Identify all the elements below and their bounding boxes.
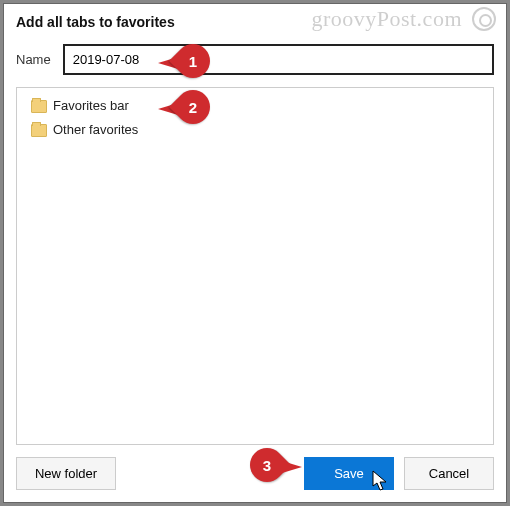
tree-item-label: Favorites bar — [53, 96, 129, 116]
tree-item-label: Other favorites — [53, 120, 138, 140]
tree-item-other-favorites[interactable]: Other favorites — [21, 118, 489, 142]
add-tabs-favorites-dialog: Add all tabs to favorites Name Favorites… — [3, 3, 507, 503]
save-button[interactable]: Save — [304, 457, 394, 490]
folder-icon — [31, 124, 47, 137]
dialog-title: Add all tabs to favorites — [16, 14, 494, 30]
folder-icon — [31, 100, 47, 113]
folder-tree[interactable]: Favorites bar Other favorites — [16, 87, 494, 445]
cancel-button[interactable]: Cancel — [404, 457, 494, 490]
name-row: Name — [16, 44, 494, 75]
new-folder-button[interactable]: New folder — [16, 457, 116, 490]
button-row: New folder Save Cancel — [16, 457, 494, 490]
name-label: Name — [16, 52, 51, 67]
tree-item-favorites-bar[interactable]: Favorites bar — [21, 94, 489, 118]
name-input[interactable] — [63, 44, 494, 75]
